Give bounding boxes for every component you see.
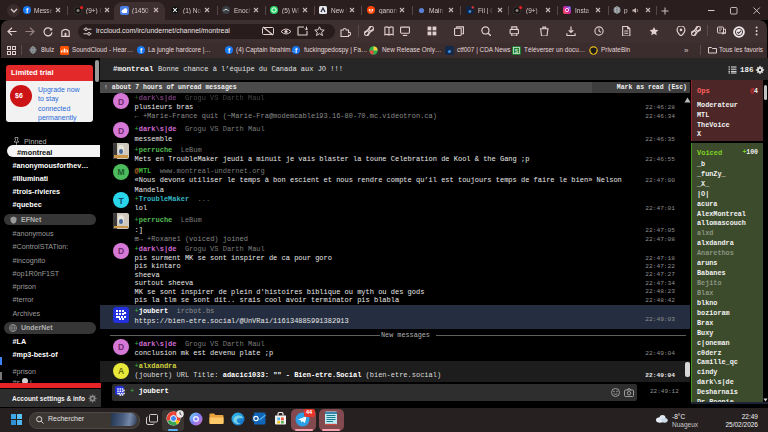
svg-text:e: e: [469, 7, 472, 14]
svg-text:e: e: [448, 47, 451, 55]
